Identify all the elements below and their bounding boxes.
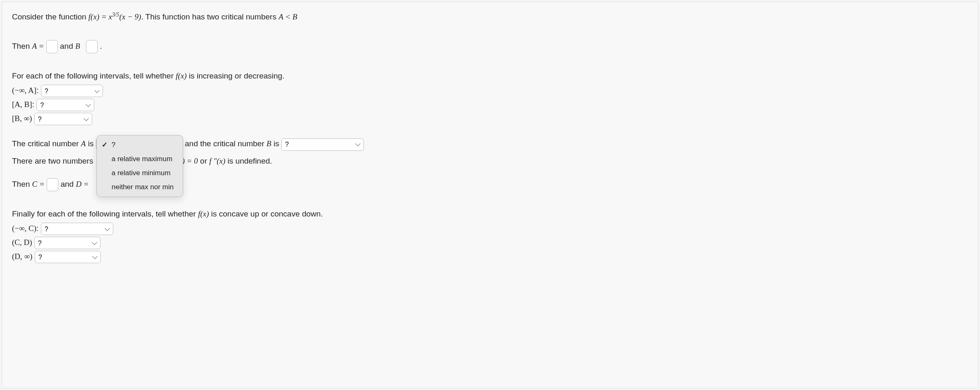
problem-container: Consider the function f(x) = x3/5(x − 9)…	[2, 2, 978, 388]
cinterval-2: (C, D)	[12, 238, 32, 247]
two-numbers-1: There are two numbers	[12, 157, 93, 165]
fx-2: f(x)	[198, 209, 209, 218]
b-label: B	[75, 42, 80, 50]
crit-a-var: A	[81, 139, 86, 148]
critical-inequality: A < B	[279, 12, 297, 21]
input-a[interactable]	[46, 40, 58, 53]
two-numbers-undef: is undefined.	[225, 157, 272, 165]
colon-c1: :	[36, 224, 41, 233]
cinterval-3: (D, ∞)	[12, 252, 32, 261]
two-numbers-f2: f ″(x)	[209, 157, 225, 165]
interval-3: [B, ∞)	[12, 114, 32, 123]
intervals-intro-2: is increasing or decreasing.	[186, 71, 284, 80]
dropdown-option-relative-maximum[interactable]: a relative maximum	[97, 152, 183, 166]
select-interval-1[interactable]: ?	[41, 85, 103, 97]
dropdown-option-placeholder[interactable]: ?	[97, 138, 183, 152]
select-interval-3[interactable]: ?	[34, 113, 92, 125]
select-interval-2[interactable]: ?	[36, 99, 94, 111]
intro-line: Consider the function f(x) = x3/5(x − 9)…	[12, 10, 968, 24]
select-concave-3[interactable]: ?	[35, 251, 101, 263]
interval-2: [A, B]	[12, 100, 32, 109]
then-c-prefix: Then	[12, 180, 32, 188]
c-equals: C =	[32, 180, 45, 188]
interval-row-3: [B, ∞) ?	[12, 113, 968, 125]
select-concave-2[interactable]: ?	[34, 237, 100, 249]
period-1: .	[100, 42, 102, 50]
interval-1: (−∞, A]	[12, 86, 36, 95]
concave-intro-2: is concave up or concave down.	[209, 209, 323, 218]
dropdown-option-relative-minimum[interactable]: a relative minimum	[97, 166, 183, 180]
crit-a-mid: is	[86, 139, 96, 148]
concave-intro: Finally for each of the following interv…	[12, 208, 968, 220]
and-text: and	[60, 42, 75, 50]
concave-row-3: (D, ∞) ?	[12, 251, 968, 263]
concave-row-2: (C, D) ?	[12, 237, 968, 249]
concave-intro-1: Finally for each of the following interv…	[12, 209, 198, 218]
a-equals: A =	[32, 42, 44, 50]
interval-row-1: (−∞, A]: ?	[12, 85, 968, 97]
input-b[interactable]	[86, 40, 98, 53]
then-a-b-line: Then A = and B .	[12, 40, 968, 53]
crit-b-mid: is	[271, 139, 281, 148]
intro-prefix: Consider the function	[12, 12, 88, 21]
interval-row-2: [A, B]: ?	[12, 99, 968, 111]
dropdown-menu-critical-a[interactable]: ? a relative maximum a relative minimum …	[96, 135, 183, 197]
and-text-2: and	[60, 180, 76, 188]
input-c[interactable]	[47, 178, 58, 191]
colon-2: :	[32, 100, 37, 109]
d-equals: D =	[76, 180, 88, 188]
function-lhs: f(x) = x	[88, 12, 112, 21]
function-exponent: 3/5	[112, 12, 119, 18]
select-critical-b[interactable]: ?	[281, 138, 364, 151]
fx-1: f(x)	[176, 71, 186, 80]
crit-a-prefix: The critical number	[12, 139, 81, 148]
crit-b-prefix: and the critical number	[185, 139, 267, 148]
intro-suffix: . This function has two critical numbers	[141, 12, 278, 21]
crit-b-var: B	[267, 139, 272, 148]
colon-1: :	[36, 86, 41, 95]
intervals-intro: For each of the following intervals, tel…	[12, 70, 968, 82]
function-rhs: (x − 9)	[119, 12, 141, 21]
two-numbers-or: or	[198, 157, 209, 165]
select-concave-1[interactable]: ?	[41, 223, 113, 235]
intervals-intro-1: For each of the following intervals, tel…	[12, 71, 176, 80]
then-prefix: Then	[12, 42, 32, 50]
cinterval-1: (−∞, C)	[12, 224, 36, 233]
dropdown-option-neither[interactable]: neither max nor min	[97, 180, 183, 194]
concave-row-1: (−∞, C): ?	[12, 223, 968, 235]
